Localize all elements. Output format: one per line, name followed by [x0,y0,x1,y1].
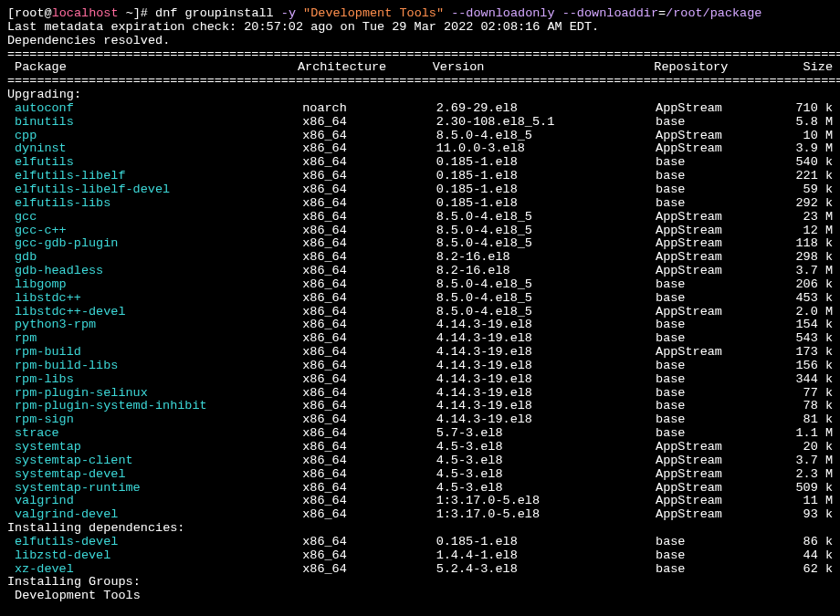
pkg-repo-cell: base [656,400,782,413]
package-row: valgrind-develx86_641:3.17.0-5.el8AppStr… [7,508,833,522]
pkg-name-cell: elfutils-libs [7,197,302,211]
package-row: gcc-c++x86_648.5.0-4.el8_5AppStream12 M [7,224,833,238]
command-opt-downloaddir: --downloaddir [562,6,658,20]
pkg-repo-cell: base [656,413,782,427]
pkg-version-cell: 5.2.4-3.el8 [436,563,656,577]
pkg-name-cell: dyninst [7,142,302,156]
package-row: gccx86_648.5.0-4.el8_5AppStream23 M [7,211,833,224]
pkg-arch-cell: x86_64 [302,495,436,508]
pkg-size-cell: 81 k [782,413,833,427]
pkg-size-cell: 59 k [782,183,833,197]
header-version: Version [433,61,655,75]
deps-resolved-line: Dependencies resolved. [7,35,833,48]
pkg-arch-cell: x86_64 [302,237,436,251]
package-row: libzstd-develx86_641.4.4-1.el8base44 k [7,549,833,563]
package-row: dyninstx86_6411.0.0-3.el8AppStream3.9 M [7,142,833,156]
pkg-size-cell: 12 M [782,224,833,238]
pkg-size-cell: 86 k [782,536,833,549]
pkg-size-cell: 77 k [782,387,833,401]
pkg-repo-cell: base [656,387,782,401]
pkg-name-cell: rpm-build-libs [7,360,302,373]
pkg-repo-cell: AppStream [656,211,782,224]
pkg-name-cell: cpp [7,130,302,143]
package-row: elfutils-develx86_640.185-1.el8base86 k [7,536,833,549]
pkg-version-cell: 1:3.17.0-5.el8 [436,495,656,508]
pkg-name-cell: gcc-c++ [7,224,302,238]
pkg-size-cell: 298 k [782,251,833,265]
pkg-arch-cell: x86_64 [302,142,436,156]
pkg-repo-cell: base [656,536,782,549]
pkg-size-cell: 2.3 M [782,468,833,482]
pkg-arch-cell: x86_64 [302,536,436,549]
pkg-version-cell: 0.185-1.el8 [436,183,656,197]
pkg-arch-cell: x86_64 [302,224,436,238]
pkg-size-cell: 154 k [782,318,833,332]
pkg-version-cell: 2.30-108.el8_5.1 [436,116,656,130]
package-row: elfutilsx86_640.185-1.el8base540 k [7,156,833,170]
pkg-size-cell: 710 k [782,102,833,116]
pkg-version-cell: 4.14.3-19.el8 [436,387,656,401]
package-row: systemtapx86_644.5-3.el8AppStream20 k [7,441,833,454]
pkg-name-cell: libzstd-devel [7,549,302,563]
header-architecture: Architecture [298,61,433,75]
pkg-version-cell: 4.5-3.el8 [436,454,656,468]
pkg-size-cell: 3.7 M [782,454,833,468]
package-row: libstdc++-develx86_648.5.0-4.el8_5AppStr… [7,306,833,319]
pkg-size-cell: 509 k [782,482,833,496]
pkg-size-cell: 156 k [782,360,833,373]
pkg-name-cell: gdb-headless [7,265,302,278]
pkg-name-cell: elfutils [7,156,302,170]
package-row: systemtap-develx86_644.5-3.el8AppStream2… [7,468,833,482]
pkg-repo-cell: AppStream [656,495,782,508]
pkg-arch-cell: x86_64 [302,156,436,170]
pkg-repo-cell: base [656,116,782,130]
command-arg: "Development Tools" [303,6,451,20]
prompt-host: localhost [52,6,119,20]
pkg-version-cell: 8.5.0-4.el8_5 [436,237,656,251]
pkg-repo-cell: base [656,360,782,373]
package-row: libgompx86_648.5.0-4.el8_5base206 k [7,278,833,292]
pkg-arch-cell: x86_64 [302,454,436,468]
pkg-version-cell: 5.7-3.el8 [436,427,656,441]
package-row: gcc-gdb-pluginx86_648.5.0-4.el8_5AppStre… [7,237,833,251]
pkg-repo-cell: base [656,332,782,346]
pkg-arch-cell: noarch [302,102,436,116]
pkg-arch-cell: x86_64 [302,251,436,265]
pkg-size-cell: 3.9 M [782,142,833,156]
pkg-name-cell: libstdc++ [7,292,302,306]
pkg-repo-cell: AppStream [656,224,782,238]
pkg-name-cell: systemtap-client [7,454,302,468]
pkg-size-cell: 10 M [782,130,833,143]
pkg-version-cell: 1.4.4-1.el8 [436,549,656,563]
pkg-size-cell: 44 k [782,549,833,563]
pkg-arch-cell: x86_64 [302,278,436,292]
pkg-repo-cell: AppStream [656,130,782,143]
pkg-arch-cell: x86_64 [302,211,436,224]
pkg-repo-cell: AppStream [656,237,782,251]
pkg-arch-cell: x86_64 [302,413,436,427]
pkg-arch-cell: x86_64 [302,427,436,441]
pkg-name-cell: libgomp [7,278,302,292]
pkg-name-cell: python3-rpm [7,318,302,332]
package-row: autoconfnoarch2.69-29.el8AppStream710 k [7,102,833,116]
pkg-name-cell: rpm-libs [7,373,302,387]
pkg-version-cell: 4.14.3-19.el8 [436,360,656,373]
upgrading-table: autoconfnoarch2.69-29.el8AppStream710 kb… [7,102,833,522]
package-row: rpm-buildx86_644.14.3-19.el8AppStream173… [7,346,833,360]
pkg-size-cell: 540 k [782,156,833,170]
pkg-version-cell: 4.5-3.el8 [436,482,656,496]
pkg-repo-cell: base [656,373,782,387]
pkg-name-cell: elfutils-devel [7,536,302,549]
pkg-version-cell: 1:3.17.0-5.el8 [436,508,656,522]
pkg-name-cell: rpm-sign [7,413,302,427]
pkg-arch-cell: x86_64 [302,508,436,522]
pkg-name-cell: elfutils-libelf-devel [7,183,302,197]
pkg-size-cell: 344 k [782,373,833,387]
command-opt-y: -y [281,6,303,20]
pkg-version-cell: 0.185-1.el8 [436,156,656,170]
pkg-name-cell: autoconf [7,102,302,116]
pkg-repo-cell: AppStream [656,508,782,522]
section-installing-groups: Installing Groups: [7,576,833,590]
package-row: rpmx86_644.14.3-19.el8base543 k [7,332,833,346]
pkg-size-cell: 20 k [782,441,833,454]
